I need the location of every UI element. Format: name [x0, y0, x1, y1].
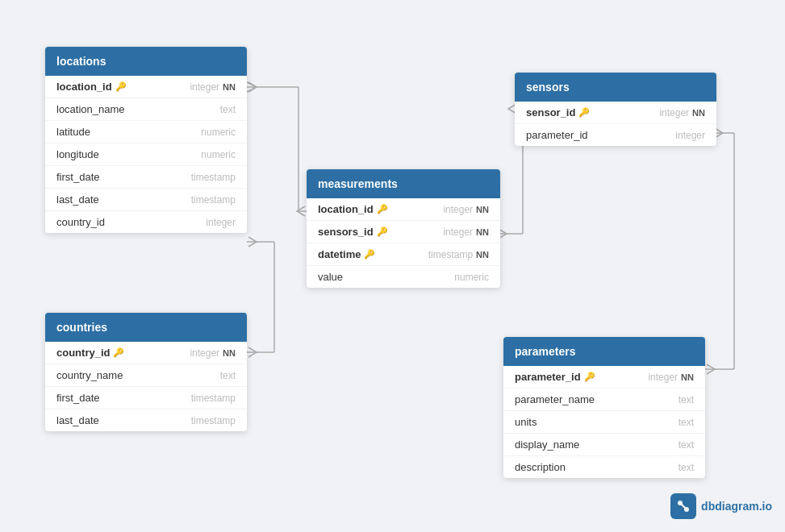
- col-name: datetime 🔑: [318, 248, 375, 260]
- table-row: latitudenumeric: [45, 121, 247, 143]
- col-name: description: [515, 461, 566, 473]
- col-name: sensor_id 🔑: [526, 106, 590, 118]
- col-name: sensors_id 🔑: [318, 226, 388, 238]
- table-header-parameters: parameters: [503, 337, 705, 366]
- col-name: first_date: [56, 392, 99, 404]
- col-name: last_date: [56, 414, 99, 426]
- table-header-sensors: sensors: [515, 73, 716, 102]
- col-type: timestamp: [191, 172, 236, 183]
- table-sensors: sensorssensor_id 🔑integer NNparameter_id…: [515, 73, 716, 146]
- col-name: parameter_name: [515, 393, 595, 405]
- col-name: longitude: [56, 148, 99, 160]
- table-row: parameter_id 🔑integer NN: [503, 366, 705, 389]
- col-type: integer NN: [190, 81, 236, 93]
- table-row: unitstext: [503, 411, 705, 434]
- table-row: datetime 🔑timestamp NN: [307, 243, 500, 266]
- col-type: integer: [675, 130, 705, 141]
- table-header-measurements: measurements: [307, 169, 500, 198]
- col-name: latitude: [56, 126, 90, 138]
- col-name: country_id 🔑: [56, 347, 124, 359]
- table-row: longitudenumeric: [45, 143, 247, 166]
- col-name: parameter_id 🔑: [515, 371, 595, 383]
- table-row: country_nametext: [45, 364, 247, 387]
- col-type: integer: [206, 217, 236, 228]
- table-body-locations: location_id 🔑integer NNlocation_nametext…: [45, 76, 247, 233]
- svg-line-16: [680, 503, 687, 509]
- table-body-measurements: location_id 🔑integer NNsensors_id 🔑integ…: [307, 198, 500, 288]
- table-row: location_id 🔑integer NN: [307, 198, 500, 221]
- col-type: integer NN: [190, 347, 236, 359]
- col-name: location_id 🔑: [56, 81, 127, 93]
- table-row: parameter_nametext: [503, 389, 705, 411]
- col-name: location_name: [56, 103, 125, 115]
- table-row: location_id 🔑integer NN: [45, 76, 247, 98]
- col-type: numeric: [201, 127, 236, 138]
- col-type: numeric: [201, 149, 236, 160]
- svg-line-3: [247, 82, 257, 87]
- col-name: location_id 🔑: [318, 203, 388, 215]
- col-name: country_name: [56, 369, 123, 381]
- col-type: text: [679, 462, 694, 473]
- table-body-countries: country_id 🔑integer NNcountry_nametextfi…: [45, 342, 247, 431]
- table-row: location_nametext: [45, 98, 247, 121]
- col-name: first_date: [56, 171, 99, 183]
- table-row: parameter_idinteger: [515, 124, 716, 146]
- col-type: integer NN: [443, 227, 489, 238]
- table-row: display_nametext: [503, 434, 705, 456]
- table-header-countries: countries: [45, 313, 247, 342]
- table-row: last_datetimestamp: [45, 409, 247, 431]
- col-name: value: [318, 271, 343, 283]
- col-type: numeric: [454, 272, 489, 283]
- col-type: text: [220, 370, 236, 381]
- table-row: valuenumeric: [307, 266, 500, 288]
- table-row: first_datetimestamp: [45, 166, 247, 189]
- table-row: last_datetimestamp: [45, 189, 247, 211]
- table-body-sensors: sensor_id 🔑integer NNparameter_idinteger: [515, 102, 716, 146]
- svg-line-4: [247, 87, 257, 92]
- col-type: integer NN: [443, 204, 489, 215]
- col-type: timestamp NN: [428, 249, 489, 260]
- col-type: text: [679, 394, 694, 405]
- logo-text: dbdiagram.io: [701, 500, 772, 513]
- col-name: country_id: [56, 216, 105, 228]
- table-countries: countriescountry_id 🔑integer NNcountry_n…: [45, 313, 247, 431]
- col-type: integer NN: [659, 107, 705, 118]
- table-measurements: measurementslocation_id 🔑integer NNsenso…: [307, 169, 500, 288]
- table-row: sensor_id 🔑integer NN: [515, 102, 716, 124]
- table-body-parameters: parameter_id 🔑integer NNparameter_namete…: [503, 366, 705, 478]
- col-type: timestamp: [191, 415, 236, 426]
- logo-badge: dbdiagram.io: [670, 493, 772, 519]
- col-type: timestamp: [191, 393, 236, 404]
- table-row: country_idinteger: [45, 211, 247, 233]
- table-locations: locationslocation_id 🔑integer NNlocation…: [45, 47, 247, 233]
- col-type: text: [679, 417, 694, 428]
- table-row: sensors_id 🔑integer NN: [307, 221, 500, 243]
- col-type: integer NN: [648, 372, 694, 383]
- table-header-locations: locations: [45, 47, 247, 76]
- col-name: display_name: [515, 438, 579, 451]
- col-type: text: [220, 104, 236, 115]
- table-parameters: parametersparameter_id 🔑integer NNparame…: [503, 337, 705, 478]
- col-name: last_date: [56, 193, 99, 206]
- col-name: units: [515, 416, 537, 428]
- logo-icon: [670, 493, 696, 519]
- col-type: timestamp: [191, 194, 236, 206]
- table-row: country_id 🔑integer NN: [45, 342, 247, 364]
- table-row: first_datetimestamp: [45, 387, 247, 409]
- table-row: descriptiontext: [503, 456, 705, 478]
- col-type: text: [679, 439, 694, 451]
- col-name: parameter_id: [526, 129, 588, 141]
